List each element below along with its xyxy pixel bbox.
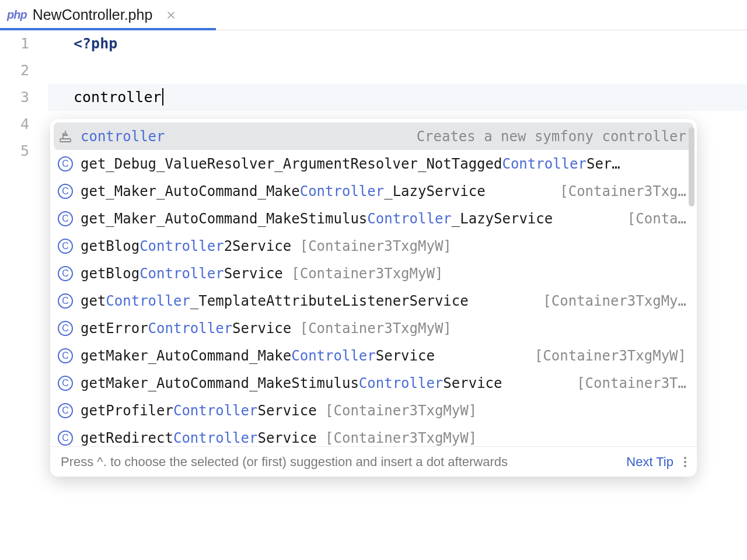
completion-item[interactable]: CgetMaker_AutoCommand_MakeStimulusContro… <box>50 369 697 397</box>
class-icon: C <box>57 320 74 337</box>
completion-item-label: getErrorControllerService [Container3Txg… <box>81 320 686 337</box>
line-number-gutter: 1 2 3 4 5 <box>0 30 48 164</box>
class-icon: C <box>57 348 74 364</box>
popup-footer: Press ^. to choose the selected (or firs… <box>50 446 697 477</box>
next-tip-link[interactable]: Next Tip <box>626 454 673 470</box>
completion-item[interactable]: CgetMaker_AutoCommand_MakeControllerServ… <box>50 342 697 369</box>
completion-item-label: controller <box>81 128 410 145</box>
class-icon: C <box>57 430 74 446</box>
completion-item-label: getBlogControllerService [Container3TxgM… <box>81 265 686 282</box>
completion-item[interactable]: CgetBlogController2Service [Container3Tx… <box>50 232 697 260</box>
completion-item-label: get_Maker_AutoCommand_MakeStimulusContro… <box>81 211 620 227</box>
tab-title: NewController.php <box>33 6 153 23</box>
completion-item[interactable]: CgetBlogControllerService [Container3Txg… <box>50 260 697 287</box>
completion-popup: controllerCreates a new symfony controll… <box>50 119 697 477</box>
live-template-icon <box>57 128 74 145</box>
text-caret <box>162 88 163 106</box>
completion-item-label: getBlogController2Service [Container3Txg… <box>81 238 686 254</box>
class-icon: C <box>57 402 74 419</box>
completion-item-hint: [Container3Txg… <box>560 183 686 200</box>
completion-item-label: getRedirectControllerService [Container3… <box>81 430 686 446</box>
class-icon: C <box>57 375 74 391</box>
completion-item[interactable]: CgetRedirectControllerService [Container… <box>50 424 697 446</box>
completion-item-hint: Creates a new symfony controller <box>417 128 686 145</box>
line-number: 3 <box>0 84 29 111</box>
completion-item[interactable]: CgetProfilerControllerService [Container… <box>50 397 697 424</box>
file-tab[interactable]: php NewController.php <box>0 0 187 30</box>
completion-list[interactable]: controllerCreates a new symfony controll… <box>50 123 697 446</box>
completion-item[interactable]: controllerCreates a new symfony controll… <box>54 123 693 150</box>
completion-item-label: get_Maker_AutoCommand_MakeController_Laz… <box>81 183 553 200</box>
class-icon: C <box>57 265 74 282</box>
class-icon: C <box>57 156 74 172</box>
code-line: <?php <box>48 30 747 57</box>
line-number: 4 <box>0 111 29 138</box>
completion-item-hint: [Container3TxgMyW] <box>535 348 686 364</box>
completion-item[interactable]: CgetErrorControllerService [Container3Tx… <box>50 314 697 342</box>
completion-item-label: getMaker_AutoCommand_MakeStimulusControl… <box>81 375 570 391</box>
completion-item-label: getController_TemplateAttributeListenerS… <box>81 293 536 309</box>
completion-item[interactable]: Cget_Debug_ValueResolver_ArgumentResolve… <box>50 150 697 177</box>
completion-item[interactable]: Cget_Maker_AutoCommand_MakeController_La… <box>50 177 697 205</box>
completion-item-hint: [Conta… <box>627 211 686 227</box>
scrollbar-thumb[interactable] <box>689 127 694 206</box>
class-icon: C <box>57 211 74 227</box>
completion-item[interactable]: Cget_Maker_AutoCommand_MakeStimulusContr… <box>50 205 697 232</box>
class-icon: C <box>57 183 74 200</box>
code-line <box>48 57 747 84</box>
svg-rect-0 <box>60 139 71 142</box>
class-icon: C <box>57 293 74 309</box>
close-icon[interactable] <box>166 10 176 20</box>
completion-item[interactable]: CgetController_TemplateAttributeListener… <box>50 287 697 314</box>
completion-item-hint: [Container3T… <box>577 375 686 391</box>
footer-hint-text: Press ^. to choose the selected (or firs… <box>61 454 616 470</box>
tab-bar: php NewController.php <box>0 0 747 30</box>
line-number: 1 <box>0 30 29 57</box>
completion-item-label: getMaker_AutoCommand_MakeControllerServi… <box>81 348 528 364</box>
completion-item-label: get_Debug_ValueResolver_ArgumentResolver… <box>81 156 686 172</box>
completion-item-hint: [Container3TxgMy… <box>543 293 686 309</box>
line-number: 5 <box>0 138 29 164</box>
more-options-icon[interactable] <box>684 457 686 467</box>
line-number: 2 <box>0 57 29 84</box>
php-file-icon: php <box>7 8 27 22</box>
code-line-active: controller <box>48 84 747 111</box>
completion-item-label: getProfilerControllerService [Container3… <box>81 402 686 419</box>
class-icon: C <box>57 238 74 254</box>
